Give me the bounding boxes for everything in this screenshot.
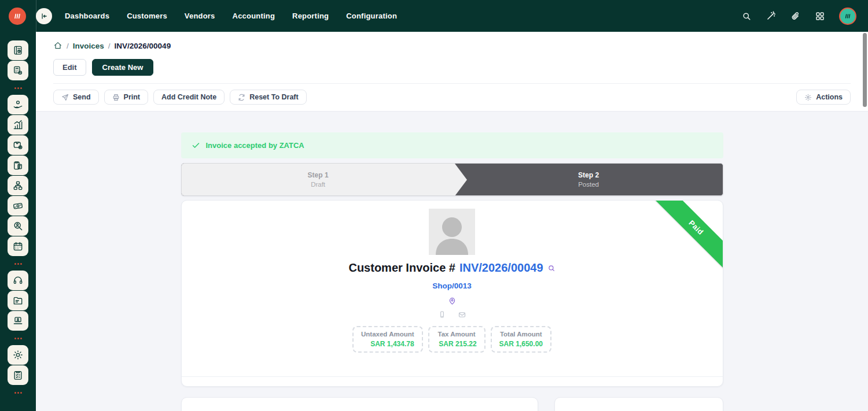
zatca-success-banner: Invoice accepted by ZATCA bbox=[181, 132, 723, 158]
journal-book-icon[interactable] bbox=[8, 40, 28, 60]
shop-link[interactable]: Shop/0013 bbox=[432, 282, 472, 290]
customer-avatar-placeholder bbox=[429, 209, 475, 255]
content-area: Invoice accepted by ZATCA Step 1 Draft S… bbox=[36, 112, 868, 411]
step-posted-title: Step 2 bbox=[578, 171, 599, 179]
invoice-summary-card: Paid Customer Invoice # INV/2026/00049 bbox=[181, 200, 723, 387]
printer-icon bbox=[112, 94, 120, 101]
menu-vendors[interactable]: Vendors bbox=[185, 12, 215, 20]
step-draft[interactable]: Step 1 Draft bbox=[182, 164, 455, 195]
calculator-coin-icon[interactable] bbox=[8, 61, 28, 80]
settings-gear-icon[interactable] bbox=[8, 345, 28, 365]
brand-logo[interactable] bbox=[9, 8, 26, 25]
sidebar-section-divider bbox=[14, 257, 22, 271]
sidebar-section-divider bbox=[14, 331, 22, 345]
untaxed-amount-box: Untaxed Amount SAR 1,434.78 bbox=[352, 326, 423, 353]
other-internal-information-card: Other Internal Information bbox=[554, 397, 723, 411]
paid-ribbon: Paid bbox=[652, 200, 723, 271]
add-credit-note-label: Add Credit Note bbox=[161, 93, 216, 101]
menu-dashboards[interactable]: Dashboards bbox=[65, 12, 109, 20]
breadcrumb-separator: / bbox=[67, 42, 69, 50]
sidebar-section-divider bbox=[14, 81, 22, 95]
invoice-number-link[interactable]: INV/2026/00049 bbox=[459, 261, 543, 275]
reset-to-draft-button[interactable]: Reset To Draft bbox=[230, 90, 307, 105]
menu-configuration[interactable]: Configuration bbox=[346, 12, 397, 20]
main-menu: Dashboards Customers Vendors Accounting … bbox=[65, 12, 397, 20]
tax-amount-label: Tax Amount bbox=[437, 331, 477, 338]
customer-invoice-information-card: Customer Invoice Information bbox=[181, 397, 538, 411]
navbar-right-tools bbox=[741, 8, 856, 25]
growth-chart-icon[interactable] bbox=[8, 115, 28, 135]
sidebar-collapse-button[interactable] bbox=[36, 8, 52, 24]
avatar-brand-mark-icon bbox=[844, 12, 852, 20]
edit-button[interactable]: Edit bbox=[53, 59, 86, 76]
tax-amount-value: SAR 215.22 bbox=[437, 340, 477, 348]
boxes-hierarchy-icon[interactable] bbox=[8, 176, 28, 195]
toolbar-row: Send Print Add Credit Note R bbox=[53, 84, 851, 111]
detail-sections-row: Customer Invoice Information Other Inter… bbox=[181, 397, 723, 411]
menu-accounting[interactable]: Accounting bbox=[233, 12, 275, 20]
paperclip-icon[interactable] bbox=[790, 11, 801, 21]
checklist-icon[interactable] bbox=[8, 365, 28, 385]
breadcrumb-current-invoice: INV/2026/00049 bbox=[115, 42, 171, 50]
magic-wand-icon[interactable] bbox=[766, 10, 777, 21]
print-button[interactable]: Print bbox=[104, 90, 148, 105]
page-header: / Invoices / INV/2026/00049 Edit Create … bbox=[36, 32, 868, 112]
untaxed-amount-value: SAR 1,434.78 bbox=[361, 340, 414, 348]
breadcrumb: / Invoices / INV/2026/00049 bbox=[53, 39, 851, 53]
status-stepbar: Step 1 Draft Step 2 Posted bbox=[181, 163, 723, 196]
email-icon[interactable] bbox=[458, 310, 466, 319]
gear-icon bbox=[804, 94, 812, 101]
send-button[interactable]: Send bbox=[53, 90, 99, 105]
total-amount-value: SAR 1,650.00 bbox=[499, 340, 543, 348]
search-icon[interactable] bbox=[741, 11, 752, 21]
scale-add-icon[interactable] bbox=[8, 135, 28, 155]
step-posted-subtitle: Posted bbox=[578, 181, 599, 188]
step-posted[interactable]: Step 2 Posted bbox=[455, 164, 723, 195]
vertical-scrollbar-thumb[interactable] bbox=[863, 33, 867, 107]
sidebar-section-divider bbox=[14, 386, 22, 399]
top-navbar: Dashboards Customers Vendors Accounting … bbox=[0, 0, 868, 32]
actions-button[interactable]: Actions bbox=[796, 90, 851, 105]
header-button-row: Edit Create New bbox=[53, 59, 851, 84]
total-amount-label: Total Amount bbox=[499, 331, 543, 338]
untaxed-amount-label: Untaxed Amount bbox=[361, 331, 414, 338]
brand-logo-icon bbox=[13, 12, 22, 21]
folder-document-icon[interactable] bbox=[8, 291, 28, 310]
invoice-title-prefix: Customer Invoice # bbox=[348, 261, 455, 275]
check-icon bbox=[192, 141, 200, 150]
contact-icons bbox=[438, 310, 466, 319]
invoice-title: Customer Invoice # INV/2026/00049 bbox=[348, 261, 555, 275]
home-icon[interactable] bbox=[53, 41, 62, 50]
wallet-cash-icon[interactable] bbox=[8, 196, 28, 216]
refresh-icon bbox=[238, 94, 245, 101]
laptop-user-icon[interactable] bbox=[8, 311, 28, 331]
apps-grid-icon[interactable] bbox=[815, 11, 825, 21]
location-pin-icon[interactable] bbox=[448, 297, 457, 305]
add-credit-note-button[interactable]: Add Credit Note bbox=[153, 90, 225, 105]
left-sidebar bbox=[0, 32, 36, 411]
breadcrumb-invoices-link[interactable]: Invoices bbox=[73, 42, 104, 50]
zatca-banner-message: Invoice accepted by ZATCA bbox=[206, 141, 304, 150]
tax-amount-box: Tax Amount SAR 215.22 bbox=[428, 326, 486, 353]
menu-reporting[interactable]: Reporting bbox=[292, 12, 329, 20]
hand-receive-icon[interactable] bbox=[8, 95, 28, 114]
send-icon bbox=[61, 94, 69, 101]
calendar-team-icon[interactable] bbox=[8, 236, 28, 256]
invoice-card-footer bbox=[182, 376, 723, 386]
step-draft-title: Step 1 bbox=[308, 171, 329, 179]
create-new-button[interactable]: Create New bbox=[92, 59, 154, 76]
menu-customers[interactable]: Customers bbox=[127, 12, 167, 20]
main-area: / Invoices / INV/2026/00049 Edit Create … bbox=[36, 32, 868, 411]
amount-boxes: Untaxed Amount SAR 1,434.78 Tax Amount S… bbox=[352, 326, 551, 353]
search-person-icon[interactable] bbox=[8, 216, 28, 236]
clipboard-calculator-icon[interactable] bbox=[8, 155, 28, 175]
magnifier-icon[interactable] bbox=[547, 264, 556, 272]
collapse-left-icon bbox=[40, 12, 48, 20]
print-button-label: Print bbox=[124, 93, 140, 101]
mobile-phone-icon[interactable] bbox=[438, 310, 446, 319]
headset-icon[interactable] bbox=[8, 271, 28, 290]
actions-button-label: Actions bbox=[816, 93, 843, 101]
total-amount-box: Total Amount SAR 1,650.00 bbox=[491, 326, 551, 353]
user-avatar[interactable] bbox=[839, 8, 856, 25]
step-draft-subtitle: Draft bbox=[311, 181, 325, 188]
